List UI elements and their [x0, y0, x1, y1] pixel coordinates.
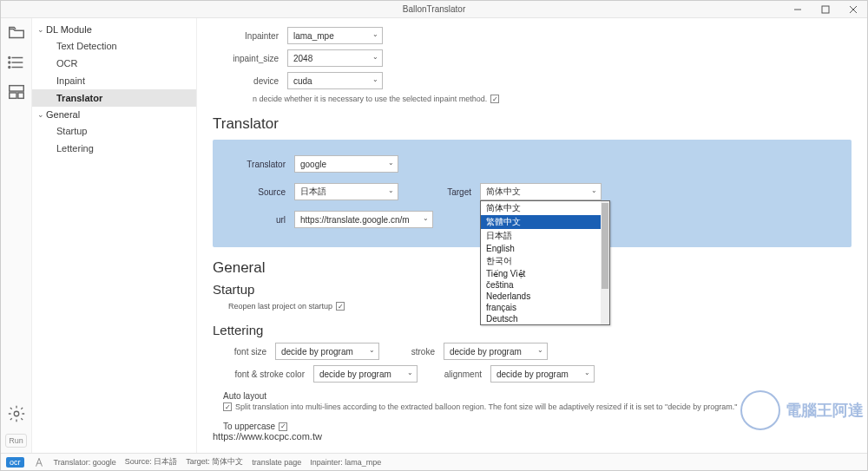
tree-item-inpaint[interactable]: Inpaint: [32, 72, 196, 89]
label-fs-color: font & stroke color: [218, 370, 305, 379]
select-value: decide by program: [450, 347, 522, 357]
label-inpainter: Inpainter: [218, 31, 279, 41]
chevron-down-icon: ⌄: [372, 53, 378, 61]
svg-rect-1: [822, 6, 829, 13]
chevron-down-icon: ⌄: [372, 30, 378, 38]
svg-rect-12: [17, 93, 23, 98]
tree-item-text-detection[interactable]: Text Detection: [32, 37, 196, 55]
chevron-down-icon: ⌄: [537, 346, 543, 354]
tree-item-startup[interactable]: Startup: [32, 122, 196, 140]
auto-layout-hint: Split translation into multi-lines accor…: [235, 402, 738, 411]
chevron-down-icon: ⌄: [369, 346, 375, 354]
target-dropdown[interactable]: 简体中文繁體中文日本語English한국어Tiếng ViệtčeštinaNe…: [480, 200, 610, 325]
select-inpainter[interactable]: lama_mpe⌄: [287, 27, 383, 44]
label-inpaint-size: inpaint_size: [218, 54, 279, 63]
label-alignment: alignment: [430, 370, 482, 379]
inpaint-note-checkbox[interactable]: ✓: [490, 95, 499, 103]
target-option[interactable]: Deutsch: [481, 313, 609, 324]
label-stroke: stroke: [391, 347, 435, 357]
chevron-down-icon: ⌄: [407, 369, 413, 376]
reopen-label: Reopen last project on startup: [228, 302, 332, 311]
label-font-size: font size: [218, 347, 266, 357]
auto-layout-checkbox[interactable]: ✓: [223, 402, 232, 411]
select-inpaint-size[interactable]: 2048⌄: [287, 49, 383, 67]
target-option[interactable]: 日本語: [481, 229, 609, 243]
status-inpainter: Inpainter: lama_mpe: [310, 458, 381, 467]
reopen-checkbox[interactable]: ✓: [336, 302, 345, 311]
chevron-down-icon: ⌄: [37, 25, 46, 34]
tree-group-label: DL Module: [46, 24, 92, 35]
select-value: decide by program: [319, 370, 391, 379]
dropdown-scrollbar[interactable]: [601, 201, 609, 324]
status-target: Target: 简体中文: [186, 456, 243, 468]
select-value: decide by program: [496, 370, 569, 379]
settings-gear-icon[interactable]: [7, 404, 26, 423]
watermark-site: https://www.kocpc.com.tw: [213, 431, 852, 442]
svg-point-8: [8, 62, 10, 63]
list-icon[interactable]: [7, 53, 26, 72]
chevron-down-icon: ⌄: [37, 110, 46, 119]
target-option[interactable]: 繁體中文: [481, 215, 609, 229]
titlebar: BallonTranslator: [1, 1, 867, 18]
tree-group-general[interactable]: ⌄General: [32, 107, 196, 122]
maximize-button[interactable]: [812, 1, 839, 18]
label-device: device: [218, 76, 279, 86]
tree-item-ocr[interactable]: OCR: [32, 55, 196, 72]
select-value: google: [300, 160, 326, 169]
target-option[interactable]: Tiếng Việt: [481, 268, 609, 279]
close-button[interactable]: [839, 1, 867, 18]
target-option[interactable]: 简体中文: [481, 201, 609, 215]
select-value: 2048: [293, 54, 312, 63]
select-stroke[interactable]: decide by program⌄: [444, 343, 548, 360]
select-value: cuda: [293, 76, 312, 86]
activity-bar: Run: [1, 18, 32, 453]
select-translator[interactable]: google⌄: [294, 155, 398, 173]
minimize-button[interactable]: [784, 1, 812, 18]
select-device[interactable]: cuda⌄: [287, 72, 383, 89]
select-value: 简体中文: [486, 186, 521, 198]
select-value: lama_mpe: [293, 31, 334, 41]
status-translator: Translator: google: [54, 458, 116, 467]
section-translator: Translator: [213, 115, 852, 133]
chevron-down-icon: ⌄: [591, 186, 597, 194]
tree-item-lettering[interactable]: Lettering: [32, 140, 196, 157]
svg-rect-10: [9, 86, 23, 91]
text-style-icon[interactable]: [33, 456, 45, 468]
target-option[interactable]: français: [481, 302, 609, 313]
tree-group-dl-module[interactable]: ⌄DL Module: [32, 22, 196, 37]
chevron-down-icon: ⌄: [584, 369, 590, 376]
select-fs-color[interactable]: decide by program⌄: [313, 365, 418, 383]
auto-layout-label: Auto layout: [223, 391, 852, 401]
select-url[interactable]: https://translate.google.cn/m⌄: [294, 211, 433, 228]
translator-panel: Translator google⌄ Source 日本語⌄ Target 简体…: [213, 140, 852, 247]
target-option[interactable]: English: [481, 243, 609, 254]
target-option[interactable]: 한국어: [481, 254, 609, 268]
status-page[interactable]: translate page: [252, 458, 301, 467]
folder-open-icon[interactable]: [7, 23, 26, 43]
select-font-size[interactable]: decide by program⌄: [275, 343, 379, 360]
svg-point-13: [14, 411, 19, 416]
select-alignment[interactable]: decide by program⌄: [490, 365, 595, 383]
target-option[interactable]: Nederlands: [481, 291, 609, 302]
chevron-down-icon: ⌄: [388, 186, 394, 194]
layout-icon[interactable]: [7, 82, 26, 101]
select-value: 日本語: [300, 186, 326, 198]
svg-point-7: [8, 57, 10, 59]
select-value: decide by program: [281, 347, 353, 357]
run-button[interactable]: Run: [5, 434, 27, 448]
chevron-down-icon: ⌄: [372, 75, 378, 83]
status-bar: ocr Translator: google Source: 日本語 Targe…: [1, 453, 867, 470]
ocr-badge[interactable]: ocr: [6, 457, 24, 468]
to-uppercase-checkbox[interactable]: ✓: [279, 422, 287, 431]
select-target[interactable]: 简体中文⌄: [480, 183, 602, 200]
select-source[interactable]: 日本語⌄: [294, 183, 398, 200]
target-option[interactable]: čeština: [481, 279, 609, 291]
chevron-down-icon: ⌄: [423, 214, 429, 222]
label-target: Target: [433, 187, 471, 197]
label-translator: Translator: [225, 160, 286, 169]
settings-panel: Inpainter lama_mpe⌄ inpaint_size 2048⌄ d…: [197, 18, 867, 453]
select-value: https://translate.google.cn/m: [300, 215, 410, 225]
tree-item-translator[interactable]: Translator: [32, 89, 196, 107]
chevron-down-icon: ⌄: [388, 159, 394, 167]
settings-tree: ⌄DL Module Text Detection OCR Inpaint Tr…: [32, 18, 197, 453]
